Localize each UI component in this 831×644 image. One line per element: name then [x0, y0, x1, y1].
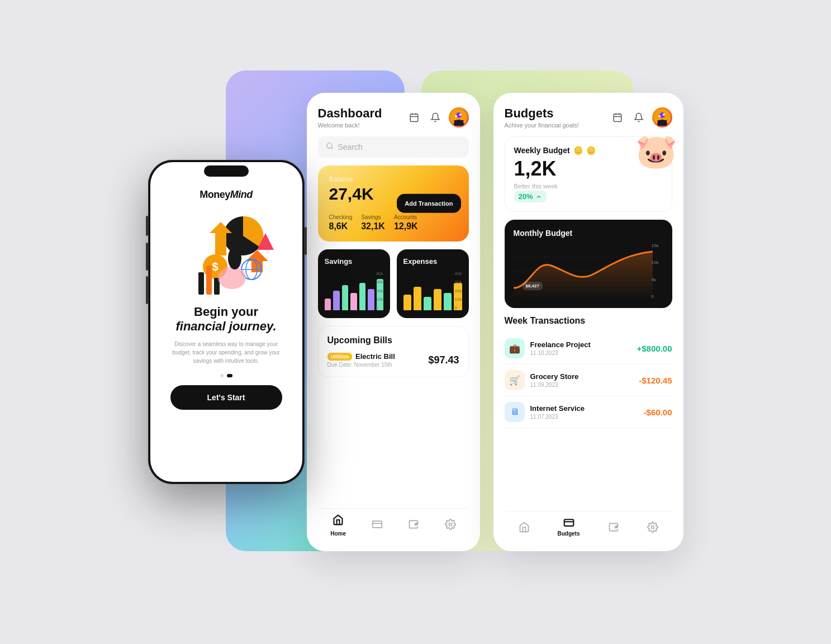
- piggy-bank-emoji: 🐷: [635, 131, 677, 171]
- savings-bar-3: [350, 293, 357, 311]
- transaction-row-0[interactable]: 💼 Freelance Project 11.10.2023 +$800.00: [505, 333, 672, 364]
- add-transaction-button[interactable]: Add Transaction: [397, 194, 460, 213]
- coin-icon-1: 🪙: [573, 146, 583, 155]
- dashboard-header: Dashboard Welcome back!: [318, 106, 469, 129]
- search-bar[interactable]: Search: [318, 136, 469, 158]
- svg-point-21: [455, 115, 457, 117]
- transaction-date-2: 11.07.2023: [530, 414, 585, 420]
- expenses-bar-4: [444, 293, 452, 311]
- nav-wallet[interactable]: [408, 519, 419, 533]
- expenses-bar-2: [424, 297, 431, 311]
- savings-bar-chart: [325, 271, 383, 310]
- expenses-bar-1: [414, 287, 421, 310]
- balance-card: Balance 27,4K Add Transaction Checking 8…: [318, 165, 469, 242]
- accounts-amount: 12,9K: [394, 221, 418, 231]
- transaction-row-1[interactable]: 🛒 Grocery Store 11.09.2023 -$120.45: [505, 364, 672, 396]
- accounts-label: Accounts: [394, 214, 417, 220]
- charts-row: Savings 40k30k20k10k0 Expenses 40k30k20k…: [318, 249, 469, 318]
- percent-badge: 20%: [514, 191, 547, 202]
- phone-subtitle: Discover a seamless way to manage your b…: [164, 340, 289, 365]
- budgets-nav-home[interactable]: [519, 522, 530, 533]
- home-icon: [333, 514, 344, 528]
- transaction-details-0: Freelance Project 11.10.2023: [530, 340, 591, 356]
- phone-mute-btn: [146, 216, 148, 236]
- expenses-bar-3: [434, 289, 441, 311]
- bill-row: Utilities Electric Bill Due Date: Novemb…: [327, 352, 459, 368]
- transaction-name-1: Grocery Store: [530, 372, 579, 381]
- transaction-row-2[interactable]: 🖥 Internet Service 11.07.2023 -$60.00: [505, 396, 672, 428]
- phone-vol-down-btn: [146, 276, 148, 304]
- nav-home[interactable]: Home: [330, 514, 346, 537]
- phone-vol-up-btn: [146, 243, 148, 271]
- transaction-details-2: Internet Service 11.07.2023: [530, 404, 585, 420]
- expenses-chart-title: Expenses: [403, 257, 462, 266]
- line-chart-container: 15k 10k 5k 0 $8,427: [514, 243, 663, 299]
- notification-icon[interactable]: [428, 110, 443, 125]
- savings-chart-card: Savings 40k30k20k10k0: [318, 249, 390, 318]
- budgets-nav-budgets[interactable]: Budgets: [558, 517, 580, 537]
- budgets-title: Budgets: [505, 106, 579, 121]
- nav-settings[interactable]: [445, 519, 456, 533]
- transaction-date-0: 11.10.2023: [530, 350, 591, 356]
- svg-rect-25: [372, 521, 382, 528]
- phone-logo-italic: Mind: [230, 189, 253, 200]
- savings-chart-title: Savings: [325, 257, 383, 266]
- budgets-notification-icon[interactable]: [631, 110, 647, 125]
- calendar-icon[interactable]: [406, 110, 422, 125]
- savings-bar-4: [359, 283, 366, 310]
- phone-power-btn: [305, 227, 307, 255]
- budgets-nav-wallet[interactable]: [608, 522, 619, 533]
- dashboard-avatar[interactable]: [449, 107, 469, 127]
- dashboard-bottom-nav: Home: [318, 508, 469, 542]
- search-icon: [326, 142, 334, 152]
- lets-start-button[interactable]: Let's Start: [170, 385, 282, 410]
- coin-icon-2: 🪙: [586, 146, 596, 155]
- svg-rect-8: [198, 272, 204, 295]
- savings-amount: 32,1K: [361, 221, 385, 231]
- savings-bar-2: [342, 285, 349, 311]
- svg-point-44: [651, 525, 654, 528]
- settings-icon: [445, 519, 456, 533]
- better-this-week-text: Better this week: [514, 183, 663, 190]
- budgets-avatar[interactable]: [652, 107, 672, 127]
- savings-bar-5: [368, 289, 374, 311]
- phone-tagline-em: financial journey.: [175, 319, 276, 333]
- dashboard-subtitle: Welcome back!: [318, 122, 382, 129]
- savings-y-labels: 40k30k20k10k0: [376, 271, 383, 310]
- percent-value: 20%: [519, 192, 533, 201]
- bills-card: Upcoming Bills Utilities Electric Bill D…: [318, 326, 469, 377]
- transaction-icon-2: 🖥: [505, 402, 525, 422]
- budgets-nav-settings[interactable]: [647, 522, 658, 533]
- nav-transactions[interactable]: [372, 519, 383, 533]
- phone-tagline: Begin your financial journey.: [175, 305, 276, 334]
- balance-sub-row: Checking 8,6K Savings 32,1K Accounts 12,…: [329, 211, 458, 231]
- week-transactions-section: Week Transactions 💼 Freelance Project 11…: [505, 316, 672, 503]
- accounts-item: Accounts 12,9K: [394, 211, 418, 231]
- transaction-name-2: Internet Service: [530, 404, 585, 413]
- nav-home-label: Home: [330, 531, 346, 537]
- bill-due: Due Date: November 15th: [327, 362, 395, 368]
- bills-title: Upcoming Bills: [327, 335, 459, 345]
- budgets-subtitle: Achive your financial goals!: [505, 122, 579, 129]
- budgets-calendar-icon[interactable]: [610, 110, 625, 125]
- svg-text:$: $: [212, 261, 218, 273]
- savings-bar-0: [325, 299, 331, 310]
- svg-point-28: [449, 523, 452, 525]
- wallet-icon: [408, 519, 419, 533]
- transaction-amount-0: +$800.00: [637, 344, 672, 353]
- budgets-bottom-nav: Budgets: [505, 511, 672, 542]
- expenses-bar-0: [403, 295, 411, 310]
- dot-2: [227, 374, 232, 377]
- phone-screen: MoneyMind $: [150, 162, 302, 482]
- transactions-icon: [372, 519, 383, 533]
- price-label: $8,427: [523, 282, 543, 290]
- budgets-title-block: Budgets Achive your financial goals!: [505, 106, 579, 129]
- checking-amount: 8,6K: [329, 221, 353, 231]
- bill-info: Utilities Electric Bill Due Date: Novemb…: [327, 352, 395, 368]
- bill-name: Electric Bill: [355, 352, 395, 361]
- transaction-icon-0: 💼: [505, 338, 525, 358]
- transaction-amount-1: -$120.45: [639, 376, 672, 385]
- transaction-date-1: 11.09.2023: [530, 382, 579, 388]
- search-placeholder: Search: [338, 143, 363, 151]
- savings-bar-1: [333, 291, 340, 310]
